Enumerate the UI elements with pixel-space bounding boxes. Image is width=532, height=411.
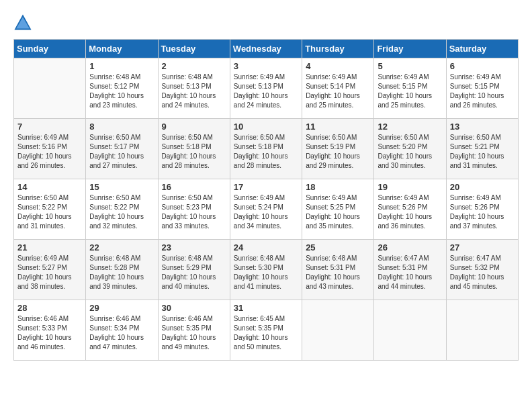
calendar-cell: 8Sunrise: 6:50 AMSunset: 5:17 PMDaylight… bbox=[86, 119, 158, 179]
calendar-cell: 7Sunrise: 6:49 AMSunset: 5:16 PMDaylight… bbox=[14, 119, 86, 179]
day-info: Sunrise: 6:48 AMSunset: 5:30 PMDaylight:… bbox=[234, 254, 298, 291]
calendar-cell: 28Sunrise: 6:46 AMSunset: 5:33 PMDayligh… bbox=[14, 300, 86, 361]
calendar-cell: 10Sunrise: 6:50 AMSunset: 5:18 PMDayligh… bbox=[230, 119, 302, 179]
calendar-week-row: 1Sunrise: 6:48 AMSunset: 5:12 PMDaylight… bbox=[14, 58, 519, 119]
day-number: 31 bbox=[234, 303, 298, 313]
day-info: Sunrise: 6:50 AMSunset: 5:20 PMDaylight:… bbox=[378, 133, 442, 171]
calendar-cell: 9Sunrise: 6:50 AMSunset: 5:18 PMDaylight… bbox=[158, 119, 230, 179]
day-info: Sunrise: 6:49 AMSunset: 5:27 PMDaylight:… bbox=[17, 254, 82, 291]
day-number: 13 bbox=[450, 122, 515, 132]
day-info: Sunrise: 6:49 AMSunset: 5:25 PMDaylight:… bbox=[306, 193, 370, 231]
calendar-cell: 23Sunrise: 6:48 AMSunset: 5:29 PMDayligh… bbox=[158, 240, 230, 300]
calendar-cell: 12Sunrise: 6:50 AMSunset: 5:20 PMDayligh… bbox=[374, 119, 446, 179]
day-info: Sunrise: 6:48 AMSunset: 5:31 PMDaylight:… bbox=[306, 254, 370, 291]
calendar-cell: 11Sunrise: 6:50 AMSunset: 5:19 PMDayligh… bbox=[302, 119, 374, 179]
calendar-cell: 16Sunrise: 6:50 AMSunset: 5:23 PMDayligh… bbox=[158, 179, 230, 240]
day-number: 18 bbox=[306, 182, 370, 192]
day-info: Sunrise: 6:48 AMSunset: 5:13 PMDaylight:… bbox=[162, 73, 226, 110]
calendar-cell: 14Sunrise: 6:50 AMSunset: 5:22 PMDayligh… bbox=[14, 179, 86, 240]
header-sunday: Sunday bbox=[14, 40, 86, 58]
calendar-cell bbox=[446, 300, 518, 361]
calendar-cell: 2Sunrise: 6:48 AMSunset: 5:13 PMDaylight… bbox=[158, 58, 230, 119]
calendar-cell: 3Sunrise: 6:49 AMSunset: 5:13 PMDaylight… bbox=[230, 58, 302, 119]
day-number: 7 bbox=[17, 122, 82, 132]
calendar-cell: 6Sunrise: 6:49 AMSunset: 5:15 PMDaylight… bbox=[446, 58, 518, 119]
calendar-cell: 20Sunrise: 6:49 AMSunset: 5:26 PMDayligh… bbox=[446, 179, 518, 240]
calendar-cell: 15Sunrise: 6:50 AMSunset: 5:22 PMDayligh… bbox=[86, 179, 158, 240]
calendar-week-row: 14Sunrise: 6:50 AMSunset: 5:22 PMDayligh… bbox=[14, 179, 519, 240]
day-number: 23 bbox=[162, 242, 226, 253]
day-number: 15 bbox=[89, 182, 154, 192]
calendar-header-row: SundayMondayTuesdayWednesdayThursdayFrid… bbox=[14, 40, 519, 58]
calendar-cell: 22Sunrise: 6:48 AMSunset: 5:28 PMDayligh… bbox=[86, 240, 158, 300]
day-info: Sunrise: 6:49 AMSunset: 5:15 PMDaylight:… bbox=[378, 73, 442, 110]
day-number: 9 bbox=[162, 122, 226, 132]
day-number: 10 bbox=[234, 122, 298, 132]
day-info: Sunrise: 6:50 AMSunset: 5:22 PMDaylight:… bbox=[17, 193, 82, 231]
header-monday: Monday bbox=[86, 40, 158, 58]
day-number: 22 bbox=[89, 242, 154, 253]
calendar-cell: 17Sunrise: 6:49 AMSunset: 5:24 PMDayligh… bbox=[230, 179, 302, 240]
logo-icon bbox=[13, 13, 32, 32]
calendar-cell: 4Sunrise: 6:49 AMSunset: 5:14 PMDaylight… bbox=[302, 58, 374, 119]
day-number: 5 bbox=[378, 61, 442, 71]
calendar-cell: 25Sunrise: 6:48 AMSunset: 5:31 PMDayligh… bbox=[302, 240, 374, 300]
calendar-cell: 26Sunrise: 6:47 AMSunset: 5:31 PMDayligh… bbox=[374, 240, 446, 300]
day-info: Sunrise: 6:49 AMSunset: 5:24 PMDaylight:… bbox=[234, 193, 298, 231]
day-number: 30 bbox=[162, 303, 226, 313]
day-number: 2 bbox=[162, 61, 226, 71]
day-number: 25 bbox=[306, 242, 370, 253]
day-info: Sunrise: 6:50 AMSunset: 5:19 PMDaylight:… bbox=[306, 133, 370, 171]
day-number: 12 bbox=[378, 122, 442, 132]
header-friday: Friday bbox=[374, 40, 446, 58]
header-saturday: Saturday bbox=[446, 40, 518, 58]
day-info: Sunrise: 6:50 AMSunset: 5:23 PMDaylight:… bbox=[162, 193, 226, 231]
calendar-cell: 19Sunrise: 6:49 AMSunset: 5:26 PMDayligh… bbox=[374, 179, 446, 240]
day-number: 3 bbox=[234, 61, 298, 71]
day-info: Sunrise: 6:47 AMSunset: 5:32 PMDaylight:… bbox=[450, 254, 515, 291]
day-number: 4 bbox=[306, 61, 370, 71]
calendar-cell bbox=[374, 300, 446, 361]
calendar-cell: 31Sunrise: 6:45 AMSunset: 5:35 PMDayligh… bbox=[230, 300, 302, 361]
day-info: Sunrise: 6:49 AMSunset: 5:15 PMDaylight:… bbox=[450, 73, 515, 110]
day-number: 26 bbox=[378, 242, 442, 253]
day-info: Sunrise: 6:46 AMSunset: 5:34 PMDaylight:… bbox=[89, 314, 154, 352]
calendar-cell: 27Sunrise: 6:47 AMSunset: 5:32 PMDayligh… bbox=[446, 240, 518, 300]
calendar-cell: 24Sunrise: 6:48 AMSunset: 5:30 PMDayligh… bbox=[230, 240, 302, 300]
day-info: Sunrise: 6:46 AMSunset: 5:35 PMDaylight:… bbox=[162, 314, 226, 352]
calendar-cell: 13Sunrise: 6:50 AMSunset: 5:21 PMDayligh… bbox=[446, 119, 518, 179]
day-number: 29 bbox=[89, 303, 154, 313]
calendar-cell: 5Sunrise: 6:49 AMSunset: 5:15 PMDaylight… bbox=[374, 58, 446, 119]
day-number: 19 bbox=[378, 182, 442, 192]
day-info: Sunrise: 6:45 AMSunset: 5:35 PMDaylight:… bbox=[234, 314, 298, 352]
day-info: Sunrise: 6:50 AMSunset: 5:18 PMDaylight:… bbox=[234, 133, 298, 171]
day-number: 27 bbox=[450, 242, 515, 253]
calendar-week-row: 21Sunrise: 6:49 AMSunset: 5:27 PMDayligh… bbox=[14, 240, 519, 300]
day-info: Sunrise: 6:49 AMSunset: 5:26 PMDaylight:… bbox=[450, 193, 515, 231]
day-number: 14 bbox=[17, 182, 82, 192]
day-info: Sunrise: 6:50 AMSunset: 5:22 PMDaylight:… bbox=[89, 193, 154, 231]
calendar-cell: 30Sunrise: 6:46 AMSunset: 5:35 PMDayligh… bbox=[158, 300, 230, 361]
header-thursday: Thursday bbox=[302, 40, 374, 58]
day-number: 16 bbox=[162, 182, 226, 192]
calendar-cell: 21Sunrise: 6:49 AMSunset: 5:27 PMDayligh… bbox=[14, 240, 86, 300]
day-info: Sunrise: 6:50 AMSunset: 5:18 PMDaylight:… bbox=[162, 133, 226, 171]
day-number: 28 bbox=[17, 303, 82, 313]
day-number: 17 bbox=[234, 182, 298, 192]
day-number: 1 bbox=[89, 61, 154, 71]
calendar-cell bbox=[14, 58, 86, 119]
header-tuesday: Tuesday bbox=[158, 40, 230, 58]
day-info: Sunrise: 6:50 AMSunset: 5:21 PMDaylight:… bbox=[450, 133, 515, 171]
day-number: 8 bbox=[89, 122, 154, 132]
day-info: Sunrise: 6:49 AMSunset: 5:26 PMDaylight:… bbox=[378, 193, 442, 231]
day-info: Sunrise: 6:46 AMSunset: 5:33 PMDaylight:… bbox=[17, 314, 82, 352]
calendar-table: SundayMondayTuesdayWednesdayThursdayFrid… bbox=[13, 39, 519, 361]
calendar-cell: 1Sunrise: 6:48 AMSunset: 5:12 PMDaylight… bbox=[86, 58, 158, 119]
header-wednesday: Wednesday bbox=[230, 40, 302, 58]
calendar-week-row: 7Sunrise: 6:49 AMSunset: 5:16 PMDaylight… bbox=[14, 119, 519, 179]
day-info: Sunrise: 6:47 AMSunset: 5:31 PMDaylight:… bbox=[378, 254, 442, 291]
calendar-cell bbox=[302, 300, 374, 361]
day-number: 11 bbox=[306, 122, 370, 132]
day-info: Sunrise: 6:49 AMSunset: 5:14 PMDaylight:… bbox=[306, 73, 370, 110]
calendar-week-row: 28Sunrise: 6:46 AMSunset: 5:33 PMDayligh… bbox=[14, 300, 519, 361]
